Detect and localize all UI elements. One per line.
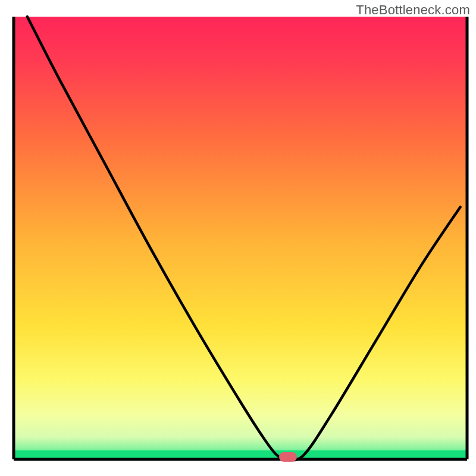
bottleneck-chart bbox=[0, 0, 476, 476]
plot-area bbox=[14, 17, 467, 462]
gradient-background bbox=[14, 17, 467, 459]
optimal-point-marker bbox=[279, 452, 297, 462]
chart-container: TheBottleneck.com bbox=[0, 0, 476, 476]
